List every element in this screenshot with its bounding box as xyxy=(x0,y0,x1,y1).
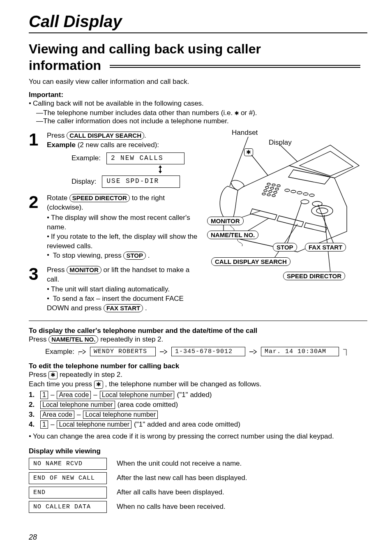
dash: – xyxy=(77,411,81,419)
nametel-title: To display the caller's telephone number… xyxy=(29,327,367,335)
stop-callout: STOP xyxy=(273,243,297,252)
disp-box-noname: NO NAME RCVD xyxy=(29,458,107,470)
dash: – xyxy=(51,420,54,429)
n3: 3. xyxy=(29,411,38,419)
boxed-areacode: Area code xyxy=(40,411,74,419)
section-title-text2: information xyxy=(29,58,101,73)
disp-row-2: END OF NEW CALL After the last new call … xyxy=(29,472,367,484)
disp-txt-4: When no calls have been received. xyxy=(117,502,226,512)
nametel-callout: NAME/TEL NO. xyxy=(207,231,258,239)
return-tail-icon xyxy=(343,348,347,355)
display-row2-label: Display: xyxy=(71,177,96,187)
note2: (area code omitted) xyxy=(118,401,178,409)
step-1-text: Press xyxy=(47,132,65,139)
n2: 2. xyxy=(29,401,38,409)
svg-line-0 xyxy=(230,137,248,186)
lcd-datetime: Mar. 14 10:30AM xyxy=(261,347,339,356)
step-3-a: Press xyxy=(47,266,65,274)
step-3-number: 3 xyxy=(29,265,47,283)
edit-footer: You can change the area code if it is wr… xyxy=(29,432,367,441)
step-2-number: 2 xyxy=(29,194,47,211)
cds-callout: CALL DISPLAY SEARCH xyxy=(211,257,291,266)
arrow-icon xyxy=(78,349,86,355)
star-key-edit2: ✱ xyxy=(94,381,103,389)
asterisk-icon: ✱ xyxy=(235,108,239,117)
note1: ("1" added) xyxy=(177,391,212,399)
important-case-1: —The telephone number includes data othe… xyxy=(36,108,367,117)
s2b3dot: . xyxy=(148,252,150,259)
edit-press: Press ✱ repeatedly in step 2. xyxy=(29,370,367,380)
note4: ("1" added and area code omitted) xyxy=(134,420,240,429)
monitor-callout: MONITOR xyxy=(207,217,244,225)
nt-press: Press xyxy=(29,335,46,343)
device-illustration-area: Handset Display ✱ xyxy=(207,129,367,278)
step-2: 2 Rotate SPEED DIRECTOR to the right (cl… xyxy=(29,194,203,261)
page-number: 28 xyxy=(29,533,37,542)
step-2-bullet-1: The display will show the most recent ca… xyxy=(47,213,203,232)
disp-row-1: NO NAME RCVD When the unit could not rec… xyxy=(29,458,367,470)
important-label: Important: xyxy=(29,91,367,99)
section-title: Viewing and calling back using caller in… xyxy=(29,41,367,74)
edit-press-b: repeatedly in step 2. xyxy=(60,371,122,379)
important-case-1a: —The telephone number includes data othe… xyxy=(36,109,233,117)
seq-example-label: Example: xyxy=(45,348,74,356)
disp-box-end: END xyxy=(29,487,107,499)
n4: 4. xyxy=(29,420,38,429)
edit-line-2: 2. Local telephone number (area code omi… xyxy=(29,401,367,409)
chapter-title: Call Display xyxy=(29,12,367,33)
s1-dot: . xyxy=(144,132,146,139)
step-1: 1 Press CALL DISPLAY SEARCH. Example (2 … xyxy=(29,131,203,189)
nametel-sequence: Example: WENDY ROBERTS 1-345-678-9012 Ma… xyxy=(45,347,367,356)
edit-line-4: 4. 1 – Local telephone number ("1" added… xyxy=(29,420,367,429)
lcd-use-spd-dir: USE SPD-DIR xyxy=(102,175,180,188)
speed-director-key: SPEED DIRECTOR xyxy=(69,194,130,202)
edit-number-list: 1. 1 – Area code – Local telephone numbe… xyxy=(29,391,367,429)
disp-txt-2: After the last new call has been display… xyxy=(117,473,247,483)
edit-each-b: , the telephone number will be changed a… xyxy=(105,380,261,388)
n1: 1. xyxy=(29,391,38,399)
handset-label: Handset xyxy=(232,129,258,137)
monitor-key: MONITOR xyxy=(67,266,101,274)
up-down-arrow xyxy=(118,165,203,175)
disp-row-4: NO CALLER DATA When no calls have been r… xyxy=(29,501,367,513)
step-2-rotate: Rotate xyxy=(47,194,67,202)
section-title-text1: Viewing and calling back using caller xyxy=(29,42,261,56)
step-3: 3 Press MONITOR or lift the handset to m… xyxy=(29,265,203,314)
intro-text: You can easily view caller information a… xyxy=(29,78,367,86)
edit-press-a: Press xyxy=(29,371,46,379)
disp-box-endnew: END OF NEW CALL xyxy=(29,472,107,484)
star-key-callout: ✱ xyxy=(244,148,253,157)
title-rule xyxy=(110,65,360,68)
fax-start-key: FAX START xyxy=(104,304,143,312)
fax-machine-icon xyxy=(207,129,367,277)
star-key-edit: ✱ xyxy=(48,371,58,379)
boxed-1: 1 xyxy=(40,420,48,429)
step-2-bullet-2: If you rotate to the left, the display w… xyxy=(47,232,203,251)
important-case-2: —The caller information does not include… xyxy=(36,117,367,125)
step-3-bullet-2: To send a fax – insert the document FACE… xyxy=(47,294,203,313)
display-label: Display xyxy=(269,138,292,147)
lcd-new-calls: 2 NEW CALLS xyxy=(106,152,184,165)
disp-row-3: END After all calls have been displayed. xyxy=(29,487,367,499)
example-row1-label: Example: xyxy=(71,154,101,163)
step-3-bullet-1: The unit will start dialing automaticall… xyxy=(47,285,203,294)
dash: – xyxy=(51,391,54,399)
nametel-instruction: Press NAME/TEL NO. repeatedly in step 2. xyxy=(29,335,367,344)
boxed-1: 1 xyxy=(40,391,48,399)
nametel-key: NAME/TEL NO. xyxy=(48,335,98,344)
boxed-ltn: Local telephone number xyxy=(40,401,115,409)
edit-each: Each time you press ✱ , the telephone nu… xyxy=(29,380,367,389)
lcd-name: WENDY ROBERTS xyxy=(90,347,156,356)
dash: – xyxy=(93,391,97,399)
lcd-number: 1-345-678-9012 xyxy=(171,347,245,356)
boxed-areacode: Area code xyxy=(57,391,91,399)
boxed-ltn: Local telephone number xyxy=(57,420,131,429)
boxed-ltn: Local telephone number xyxy=(83,411,158,419)
example-label: Example xyxy=(47,141,76,149)
edit-title: To edit the telephone number for calling… xyxy=(29,362,367,370)
s2b3a: To stop viewing, press xyxy=(53,252,121,259)
disp-view-title: Display while viewing xyxy=(29,447,367,455)
sd-callout: SPEED DIRECTOR xyxy=(283,272,345,280)
important-case-1b: or #). xyxy=(241,109,257,117)
nt-tail: repeatedly in step 2. xyxy=(100,335,163,343)
